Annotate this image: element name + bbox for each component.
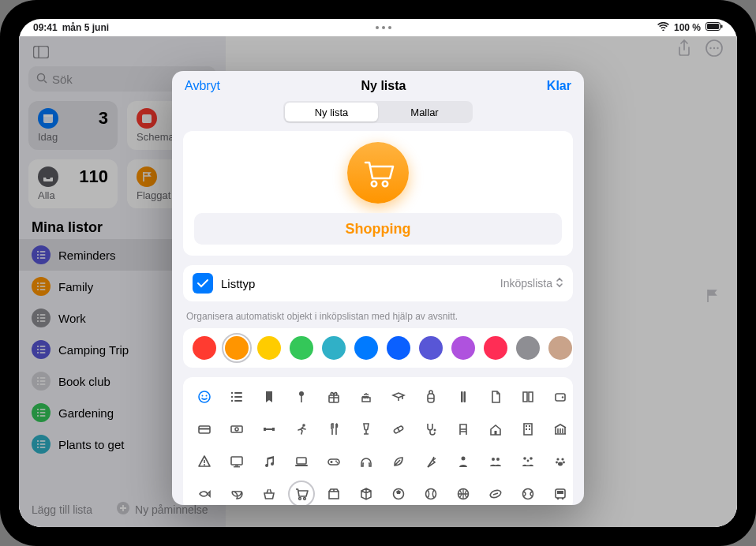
svg-rect-82 [266,428,272,430]
pill-icon[interactable] [387,417,410,441]
soccer-icon[interactable] [387,482,410,505]
fork-knife-icon[interactable] [322,417,346,441]
laptop-icon[interactable] [290,450,313,473]
shopping-cart-icon[interactable] [290,482,313,505]
gift-icon[interactable] [322,385,346,409]
wine-icon[interactable] [354,417,378,441]
segmented-control[interactable]: Ny lista Mallar [283,101,473,123]
done-button[interactable]: Klar [547,79,571,93]
house-icon[interactable] [484,417,507,441]
stethoscope-icon[interactable] [419,417,443,441]
book-icon[interactable] [516,385,540,409]
color-swatch[interactable] [516,336,540,360]
doc-icon[interactable] [484,385,507,409]
svg-point-104 [492,458,495,461]
fishbowl-icon[interactable] [225,482,249,505]
basketball-icon[interactable] [451,482,475,505]
football-icon[interactable] [484,482,507,505]
list-hero-card: Shopping [183,131,573,256]
svg-point-58 [383,181,387,186]
list-type-value: Inköpslista [500,277,552,290]
svg-point-121 [523,489,533,499]
basket-icon[interactable] [257,482,281,505]
banknote-icon[interactable] [225,417,249,441]
box-icon[interactable] [322,482,346,505]
carrot-icon[interactable] [419,450,443,473]
svg-point-59 [199,391,210,402]
warning-icon[interactable] [193,450,216,473]
svg-rect-123 [557,491,563,494]
color-swatch[interactable] [451,336,475,360]
gamepad-icon[interactable] [322,450,346,473]
svg-rect-89 [526,425,527,427]
new-list-modal: Avbryt Ny lista Klar Ny lista Mallar Sho… [172,71,584,505]
svg-point-113 [558,462,563,466]
building-icon[interactable] [516,417,540,441]
svg-point-60 [202,395,204,397]
svg-point-114 [299,498,301,500]
list-type-row[interactable]: Listtyp Inköpslista [183,265,573,301]
bus-icon[interactable] [548,482,572,505]
family-icon[interactable] [516,450,540,473]
modal-body: Shopping Listtyp Inköpslista [172,131,584,505]
grad-cap-icon[interactable] [387,385,410,409]
dumbbell-icon[interactable] [257,417,281,441]
museum-icon[interactable] [548,417,572,441]
list-name-input[interactable]: Shopping [194,213,562,245]
svg-point-57 [372,181,376,186]
cake-icon[interactable] [354,385,378,409]
cube-icon[interactable] [354,482,378,505]
svg-rect-67 [234,400,242,402]
wallet-icon[interactable] [548,385,572,409]
svg-point-124 [557,498,560,500]
list-type-icon [193,273,213,294]
color-swatch[interactable] [419,336,443,360]
people-icon[interactable] [484,450,507,473]
tennis-icon[interactable] [516,482,540,505]
credit-card-icon[interactable] [193,417,216,441]
svg-rect-1 [707,24,719,29]
svg-point-110 [561,458,563,460]
svg-point-111 [556,462,558,464]
svg-point-61 [206,395,208,397]
svg-rect-77 [199,428,210,430]
cancel-button[interactable]: Avbryt [185,79,220,93]
fish-icon[interactable] [193,482,216,505]
running-icon[interactable] [290,417,313,441]
color-swatch[interactable] [354,336,378,360]
music-icon[interactable] [257,450,281,473]
person-icon[interactable] [451,450,475,473]
color-swatch[interactable] [322,336,346,360]
svg-point-125 [562,498,564,500]
color-swatch[interactable] [225,336,249,360]
baseball-icon[interactable] [419,482,443,505]
chair-icon[interactable] [451,417,475,441]
smile-icon[interactable] [193,385,216,409]
color-swatch[interactable] [257,336,281,360]
screen: 09:41 mån 5 juni 100 % [19,19,737,527]
svg-rect-73 [464,391,466,402]
segment-templates[interactable]: Mallar [378,103,471,122]
headphones-icon[interactable] [354,450,378,473]
backpack-icon[interactable] [419,385,443,409]
color-swatch[interactable] [484,336,507,360]
bookmark-icon[interactable] [257,385,281,409]
color-swatch[interactable] [387,336,410,360]
modal-title: Ny lista [361,79,406,93]
multitask-dots[interactable] [376,26,391,29]
color-swatch[interactable] [290,336,313,360]
paw-icon[interactable] [548,450,572,473]
monitor-icon[interactable] [225,450,249,473]
color-swatch[interactable] [193,336,216,360]
svg-point-102 [337,462,339,464]
list-icon[interactable] [225,385,249,409]
svg-point-108 [527,460,530,462]
segment-new-list[interactable]: Ny lista [285,103,378,122]
ruler-icon[interactable] [451,385,475,409]
battery-full-icon [705,22,723,33]
svg-rect-93 [204,460,205,463]
leaf-icon[interactable] [387,450,410,473]
pin-icon[interactable] [290,385,313,409]
list-type-label: Listtyp [221,277,492,290]
color-swatch[interactable] [548,336,572,360]
